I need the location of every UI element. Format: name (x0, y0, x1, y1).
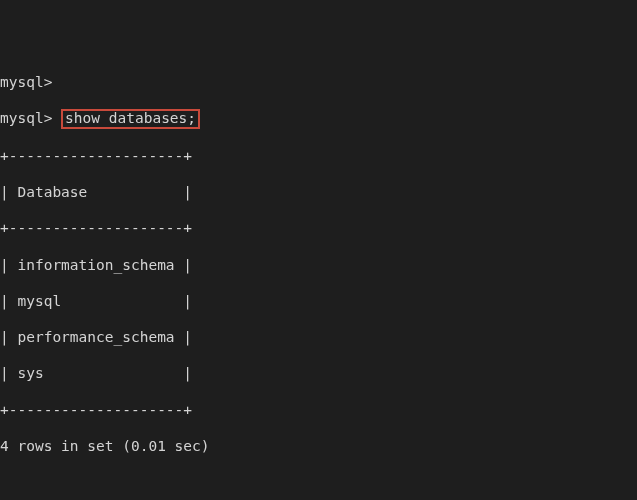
prompt-text: mysql> (0, 110, 61, 126)
table-header: | Database | (0, 183, 637, 201)
result-summary: 4 rows in set (0.01 sec) (0, 437, 637, 455)
prompt-line-1[interactable]: mysql> show databases; (0, 109, 637, 129)
table-row: | mysql | (0, 292, 637, 310)
table-border: +--------------------+ (0, 147, 637, 165)
table-row: | performance_schema | (0, 328, 637, 346)
highlight-show-databases: show databases; (61, 109, 200, 129)
blank-line (0, 473, 637, 491)
table-row: | information_schema | (0, 256, 637, 274)
table-border: +--------------------+ (0, 219, 637, 237)
table-row: | sys | (0, 364, 637, 382)
table-border: +--------------------+ (0, 401, 637, 419)
scroll-artifact: mysql> (0, 73, 637, 91)
